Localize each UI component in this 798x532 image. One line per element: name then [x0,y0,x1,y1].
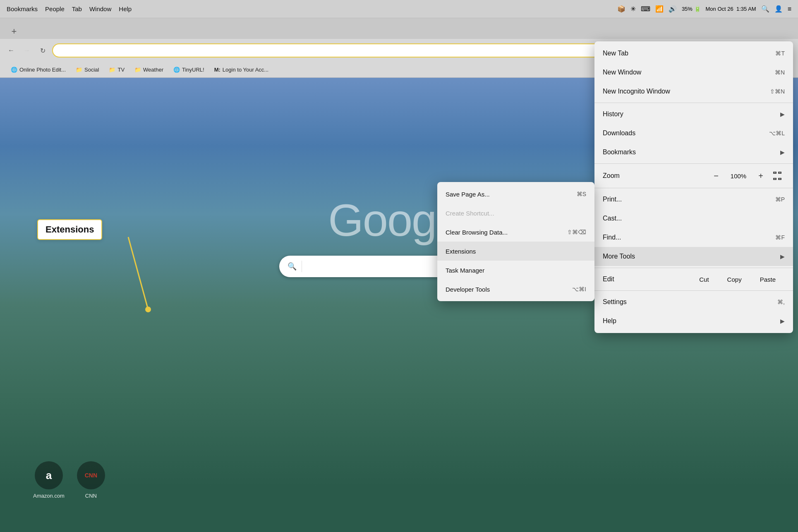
menu-bookmarks[interactable]: Bookmarks ▶ [594,143,793,162]
zoom-plus[interactable]: + [752,168,770,183]
bookmark-social[interactable]: 📁 Social [72,65,103,74]
submenu-developer-tools[interactable]: Developer Tools ⌥⌘I [437,280,594,299]
volume-icon: 🔊 [669,5,677,13]
paste-button[interactable]: Paste [751,272,785,286]
menu-cast[interactable]: Cast... [594,209,793,228]
menu-downloads[interactable]: Downloads ⌥⌘L [594,124,793,143]
menu-window[interactable]: Window [89,5,111,12]
divider-3 [594,188,793,188]
zoom-value: 100% [725,173,752,180]
menu-tab[interactable]: Tab [72,5,82,12]
divider-1 [594,103,793,103]
menubar-right: 📦 ✳ ⌨ 📶 🔊 35% 🔋 Mon Oct 26 1:35 AM 🔍 👤 ≡ [617,5,791,13]
globe-icon-tiny: 🌐 [173,67,180,73]
new-tab-button[interactable]: + [7,24,22,39]
bookmark-login[interactable]: M: Login to Your Acc... [210,65,273,74]
menu-more-tools[interactable]: More Tools ▶ [594,247,793,266]
search-icon: 🔍 [288,262,297,271]
edit-row: Edit Cut Copy Paste [594,270,793,289]
menu-settings[interactable]: Settings ⌘, [594,292,793,312]
m-icon: M: [214,67,220,73]
edit-label: Edit [603,276,690,283]
cnn-icon: CNN [77,461,105,489]
chrome-menu: New Tab ⌘T New Window ⌘N New Incognito W… [594,41,793,333]
menu-new-tab[interactable]: New Tab ⌘T [594,44,793,63]
menu-find[interactable]: Find... ⌘F [594,228,793,247]
amazon-label: Amazon.com [33,493,65,499]
menu-bookmarks[interactable]: Bookmarks [7,5,38,12]
forward-button[interactable]: → [21,44,33,57]
svg-rect-0 [774,172,776,173]
submenu-clear-browsing[interactable]: Clear Browsing Data... ⇧⌘⌫ [437,223,594,242]
search-icon[interactable]: 🔍 [761,5,769,13]
zoom-fullscreen[interactable] [770,168,785,183]
battery-percent: 35% 🔋 [682,6,701,12]
wifi-icon: 📶 [655,5,664,13]
bookmark-tv[interactable]: 📁 TV [105,65,129,74]
edit-buttons: Cut Copy Paste [690,272,785,286]
cnn-label: CNN [85,493,97,499]
zoom-minus[interactable]: − [707,168,725,183]
svg-rect-1 [779,172,781,173]
bookmark-photo-edit[interactable]: 🌐 Online Photo Edit... [7,65,70,74]
divider-2 [594,163,793,164]
submenu-extensions[interactable]: Extensions [437,242,594,261]
search-divider [302,261,302,272]
dropbox-icon: 📦 [617,5,625,13]
bookmarks-arrow: ▶ [780,149,785,156]
submenu-task-manager[interactable]: Task Manager [437,261,594,280]
menu-print[interactable]: Print... ⌘P [594,190,793,209]
back-button[interactable]: ← [5,44,17,57]
shortcut-amazon[interactable]: a Amazon.com [33,461,65,499]
bookmark-weather[interactable]: 📁 Weather [130,65,168,74]
history-arrow: ▶ [780,111,785,117]
menu-people[interactable]: People [45,5,65,12]
zoom-row: Zoom − 100% + [594,165,793,186]
more-tools-menu: Save Page As... ⌘S Create Shortcut... Cl… [437,182,594,301]
control-center-icon[interactable]: ≡ [788,5,791,13]
cut-button[interactable]: Cut [690,272,718,286]
more-tools-arrow: ▶ [780,253,785,260]
submenu-save-page[interactable]: Save Page As... ⌘S [437,185,594,204]
folder-icon-tv: 📁 [109,67,115,73]
folder-icon: 📁 [76,67,82,73]
menu-help[interactable]: Help [119,5,132,12]
submenu-create-shortcut: Create Shortcut... [437,204,594,223]
menu-new-window[interactable]: New Window ⌘N [594,63,793,82]
profile-icon[interactable]: 👤 [774,5,783,13]
address-bar[interactable]: ★ [52,43,613,58]
divider-5 [594,290,793,291]
zoom-controls: − 100% + [707,168,785,183]
divider-4 [594,268,793,268]
svg-rect-2 [774,178,776,180]
globe-icon: 🌐 [11,67,17,73]
keyboard-icon: ⌨ [641,5,650,13]
folder-icon-weather: 📁 [134,67,141,73]
extensions-tooltip: Extensions [37,219,102,240]
datetime: Mon Oct 26 1:35 AM [706,6,756,12]
menu-help[interactable]: Help ▶ [594,312,793,331]
menu-history[interactable]: History ▶ [594,105,793,124]
amazon-icon: a [35,461,63,489]
menu-new-incognito[interactable]: New Incognito Window ⇧⌘N [594,82,793,101]
shortcuts: a Amazon.com CNN CNN [33,461,105,499]
help-arrow: ▶ [780,318,785,324]
bluetooth-icon: ✳ [630,5,636,13]
reload-button[interactable]: ↻ [36,44,49,57]
zoom-label: Zoom [603,172,707,180]
tab-bar: + [0,18,798,39]
svg-rect-3 [779,178,781,180]
copy-button[interactable]: Copy [718,272,751,286]
shortcut-cnn[interactable]: CNN CNN [77,461,105,499]
bookmark-tinyurl[interactable]: 🌐 TinyURL! [169,65,208,74]
mac-menubar: Bookmarks People Tab Window Help 📦 ✳ ⌨ 📶… [0,0,798,18]
